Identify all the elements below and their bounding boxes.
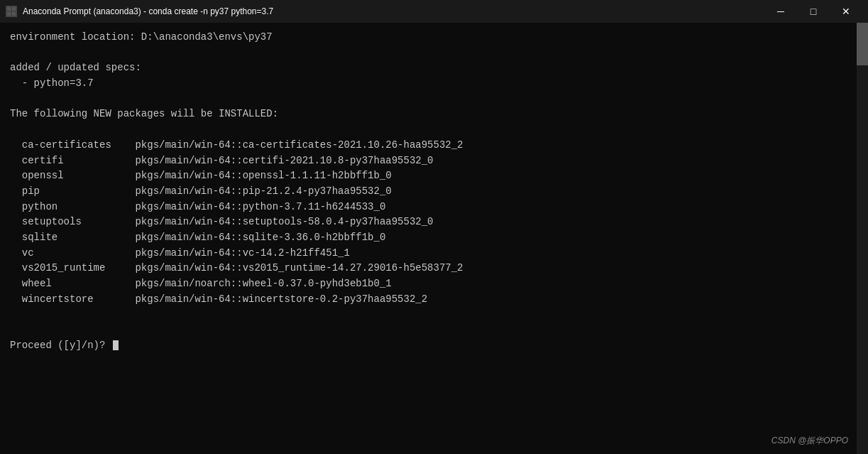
window-controls: ─ □ ✕ [764, 0, 862, 23]
title-bar-left: Anaconda Prompt (anaconda3) - conda crea… [6, 6, 273, 17]
svg-rect-2 [7, 12, 11, 16]
close-button[interactable]: ✕ [830, 0, 862, 23]
maximize-button[interactable]: □ [797, 0, 830, 23]
svg-rect-3 [12, 12, 16, 16]
svg-rect-0 [7, 7, 11, 11]
scrollbar[interactable] [857, 23, 868, 454]
svg-rect-1 [12, 7, 16, 11]
minimize-button[interactable]: ─ [764, 0, 797, 23]
title-bar: Anaconda Prompt (anaconda3) - conda crea… [0, 0, 868, 23]
scrollbar-thumb[interactable] [857, 23, 868, 65]
watermark: CSDN @振华OPPO [771, 434, 848, 447]
terminal-body: environment location: D:\anaconda3\envs\… [0, 23, 868, 454]
terminal-output: environment location: D:\anaconda3\envs\… [10, 30, 858, 353]
window-title: Anaconda Prompt (anaconda3) - conda crea… [23, 6, 273, 16]
app-icon [6, 6, 17, 17]
